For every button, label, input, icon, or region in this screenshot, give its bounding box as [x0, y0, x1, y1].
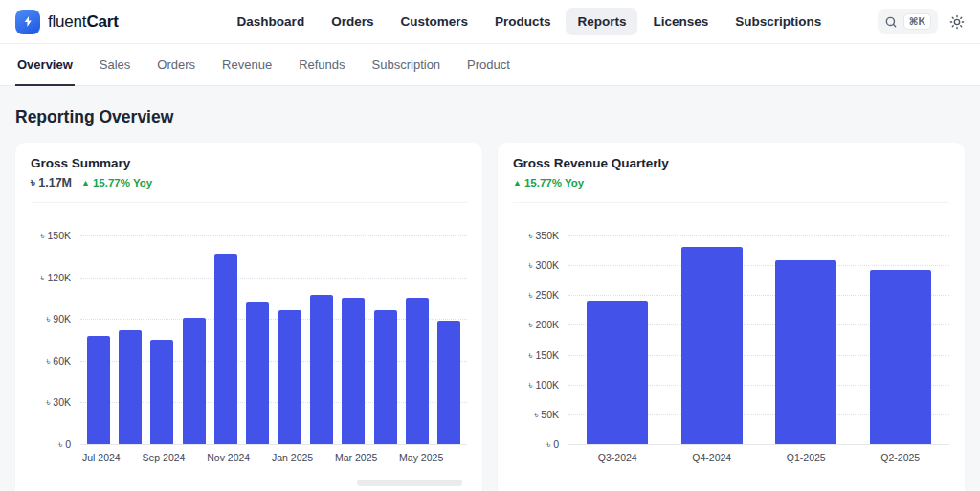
- x-axis-tick-label: [313, 452, 335, 463]
- nav-item-orders[interactable]: Orders: [320, 8, 385, 35]
- bar-column: [338, 298, 369, 444]
- card-subheader: ৳ 1.17M ▲ 15.77% Yoy: [31, 175, 467, 190]
- bar-column: [434, 321, 465, 444]
- report-tabs: OverviewSalesOrdersRevenueRefundsSubscri…: [0, 44, 980, 86]
- gross-summary-value: ৳ 1.17M: [31, 176, 72, 190]
- nav-item-reports[interactable]: Reports: [566, 8, 637, 35]
- bar-q3-2024[interactable]: [587, 301, 648, 444]
- x-axis-tick-label: [121, 452, 143, 463]
- y-axis-tick-label: ৳ 150K: [31, 230, 71, 241]
- x-axis-tick-label: Mar 2025: [335, 452, 377, 463]
- y-axis-tick-label: ৳ 50K: [513, 409, 559, 420]
- bar-may-2025[interactable]: [406, 298, 429, 444]
- bar-aug-2024[interactable]: [119, 330, 142, 444]
- bar-column: [114, 330, 145, 444]
- x-axis: Q3-2024Q4-2024Q1-2025Q2-2025: [568, 452, 949, 463]
- x-axis-tick-label: [250, 452, 272, 463]
- nav-item-dashboard[interactable]: Dashboard: [226, 8, 317, 35]
- tab-orders[interactable]: Orders: [155, 44, 197, 86]
- bar-q4-2024[interactable]: [681, 247, 743, 444]
- bar-column: [274, 310, 305, 444]
- bar-jan-2025[interactable]: [278, 310, 301, 444]
- nav-item-customers[interactable]: Customers: [389, 8, 479, 35]
- y-axis-tick-label: ৳ 200K: [513, 319, 559, 330]
- bar-q2-2025[interactable]: [870, 270, 931, 444]
- page-title: Reporting Overview: [15, 107, 965, 127]
- search-shortcut-badge: ⌘K: [903, 13, 931, 30]
- y-axis-tick-label: ৳ 0: [31, 438, 71, 450]
- y-axis-tick-label: ৳ 0: [513, 438, 559, 450]
- card-divider: [31, 202, 467, 203]
- bar-column: [178, 318, 210, 444]
- gross-summary-chart: ৳ 0৳ 30K৳ 60K৳ 90K৳ 120K৳ 150KJul 2024Se…: [31, 235, 467, 491]
- bar-apr-2025[interactable]: [374, 310, 397, 444]
- y-axis-tick-label: ৳ 150K: [513, 349, 559, 361]
- bar-jul-2024[interactable]: [87, 336, 110, 444]
- cards-row: Gross Summary ৳ 1.17M ▲ 15.77% Yoy ৳ 0৳ …: [15, 143, 965, 491]
- content: Reporting Overview Gross Summary ৳ 1.17M…: [0, 107, 980, 491]
- bar-column: [570, 301, 665, 444]
- bar-column: [305, 295, 337, 444]
- search-button[interactable]: ⌘K: [878, 9, 938, 34]
- card-divider: [513, 202, 949, 203]
- tab-revenue[interactable]: Revenue: [220, 44, 274, 86]
- bar-sep-2024[interactable]: [150, 340, 173, 444]
- tab-refunds[interactable]: Refunds: [297, 44, 346, 86]
- top-bar: fluentCart DashboardOrdersCustomersProdu…: [0, 0, 980, 44]
- nav-item-licenses[interactable]: Licenses: [641, 8, 720, 35]
- x-axis-tick-label: Jan 2025: [272, 452, 313, 463]
- bar-column: [401, 298, 433, 444]
- bar-dec-2024[interactable]: [246, 302, 269, 444]
- x-axis-tick-label: Q2-2025: [854, 452, 948, 463]
- bar-mar-2025[interactable]: [342, 298, 365, 444]
- x-axis: Jul 2024Sep 2024Nov 2024Jan 2025Mar 2025…: [80, 452, 467, 463]
- card-title: Gross Summary: [31, 156, 467, 170]
- bar-column: [82, 336, 114, 444]
- delta-badge: ▲ 15.77% Yoy: [513, 177, 584, 189]
- bars-group: [80, 235, 467, 444]
- x-axis-tick-label: Jul 2024: [82, 452, 121, 463]
- delta-text: 15.77% Yoy: [524, 177, 584, 189]
- card-title: Gross Revenue Quarterly: [513, 156, 949, 170]
- y-axis-tick-label: ৳ 300K: [513, 259, 559, 271]
- gridline: [568, 444, 949, 445]
- x-axis-tick-label: Q4-2024: [665, 452, 760, 463]
- trend-up-icon: ▲: [81, 178, 90, 188]
- x-axis-tick-label: [185, 452, 207, 463]
- bar-q1-2025[interactable]: [775, 260, 836, 444]
- nav-item-products[interactable]: Products: [483, 8, 563, 35]
- card-subheader: ▲ 15.77% Yoy: [513, 175, 949, 190]
- sun-icon: [949, 14, 965, 30]
- bar-feb-2025[interactable]: [310, 295, 333, 444]
- bar-column: [146, 340, 178, 444]
- bar-column: [854, 270, 948, 444]
- x-axis-tick-label: [377, 452, 399, 463]
- y-axis-tick-label: ৳ 90K: [31, 313, 71, 324]
- bar-column: [759, 260, 854, 444]
- header-actions: ⌘K: [878, 9, 965, 34]
- x-axis-tick-label: Q1-2025: [759, 452, 854, 463]
- gross-summary-card: Gross Summary ৳ 1.17M ▲ 15.77% Yoy ৳ 0৳ …: [15, 143, 482, 491]
- gross-revenue-quarterly-chart: ৳ 0৳ 50K৳ 100K৳ 150K৳ 200K৳ 250K৳ 300K৳ …: [513, 235, 949, 491]
- tab-subscription[interactable]: Subscription: [370, 44, 443, 86]
- bar-oct-2024[interactable]: [183, 318, 206, 444]
- horizontal-scrollbar-thumb[interactable]: [357, 480, 462, 486]
- y-axis-tick-label: ৳ 350K: [513, 230, 559, 241]
- bar-column: [369, 310, 401, 444]
- x-axis-tick-label: Nov 2024: [207, 452, 250, 463]
- tab-sales[interactable]: Sales: [98, 44, 133, 86]
- bar-jun-2025[interactable]: [437, 321, 460, 444]
- bar-column: [665, 247, 760, 444]
- y-axis-tick-label: ৳ 250K: [513, 289, 559, 301]
- brand[interactable]: fluentCart: [15, 10, 119, 34]
- theme-toggle-button[interactable]: [949, 14, 965, 30]
- brand-logo-icon: [15, 10, 40, 34]
- tab-product[interactable]: Product: [465, 44, 512, 86]
- y-axis-tick-label: ৳ 120K: [31, 272, 71, 283]
- nav-item-subscriptions[interactable]: Subscriptions: [724, 8, 833, 35]
- y-axis-tick-label: ৳ 60K: [31, 355, 71, 367]
- tab-overview[interactable]: Overview: [15, 44, 75, 86]
- bar-nov-2024[interactable]: [214, 254, 237, 444]
- bar-column: [242, 302, 274, 444]
- x-axis-tick-label: May 2025: [399, 452, 443, 463]
